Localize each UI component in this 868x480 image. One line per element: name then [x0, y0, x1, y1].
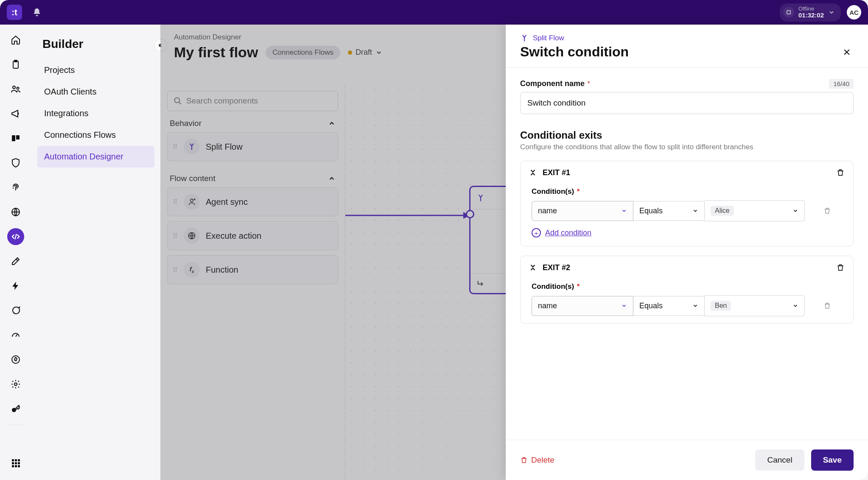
search-input[interactable]: Search components: [167, 91, 338, 111]
svg-rect-18: [18, 465, 20, 467]
conditional-exits-title: Conditional exits: [520, 129, 854, 141]
svg-rect-17: [15, 465, 17, 467]
node-input-port[interactable]: [466, 210, 474, 218]
rail-home-icon[interactable]: [7, 31, 24, 48]
add-condition-button[interactable]: + Add condition: [521, 228, 853, 246]
sidebar-item-connections[interactable]: Connections Flows: [37, 124, 154, 146]
component-name-input[interactable]: [520, 92, 854, 114]
delete-exit-button[interactable]: [836, 168, 845, 177]
sidebar-item-projects[interactable]: Projects: [37, 59, 154, 81]
conditional-exits-sub: Configure the conditions that allow the …: [520, 143, 854, 151]
component-label: Execute action: [206, 231, 261, 241]
split-icon: [184, 139, 200, 155]
icon-rail: [0, 25, 31, 480]
condition-field-select[interactable]: name: [532, 296, 633, 316]
search-placeholder: Search components: [186, 96, 258, 106]
svg-point-2: [13, 86, 15, 89]
add-condition-label: Add condition: [545, 229, 591, 237]
rail-megaphone-icon[interactable]: [7, 105, 24, 122]
flow-status[interactable]: Draft: [348, 48, 382, 57]
rail-chat-icon[interactable]: [7, 302, 24, 319]
rail-code-icon[interactable]: [7, 228, 24, 245]
svg-point-19: [175, 98, 180, 103]
rail-columns-icon[interactable]: [7, 130, 24, 147]
chevron-down-icon: [692, 303, 698, 309]
rail-clipboard-icon[interactable]: [7, 56, 24, 73]
rail-globe-icon[interactable]: [7, 204, 24, 220]
name-label: Component name: [520, 79, 585, 88]
chevron-up-icon: [328, 120, 336, 127]
condition-value-select[interactable]: Ben: [705, 295, 805, 316]
component-split-flow[interactable]: ⠿ Split Flow: [167, 132, 338, 161]
svg-point-7: [12, 356, 20, 363]
sidebar-item-automation-designer[interactable]: Automation Designer: [37, 146, 154, 167]
chevron-down-icon: [792, 303, 798, 309]
component-execute-action[interactable]: ⠿ Execute action: [167, 221, 338, 250]
rail-shield-icon[interactable]: [7, 154, 24, 171]
condition-operator-select[interactable]: Equals: [633, 201, 705, 221]
section-flow-content[interactable]: Flow content: [167, 166, 338, 187]
delete-exit-button[interactable]: [836, 263, 845, 272]
collapse-icon[interactable]: [529, 168, 537, 177]
return-arrow-icon: [476, 279, 486, 288]
chevron-down-icon: [375, 49, 382, 56]
delete-condition-button[interactable]: [823, 207, 831, 215]
rail-compass-icon[interactable]: [7, 351, 24, 368]
component-label: Function: [206, 265, 238, 275]
svg-rect-16: [12, 465, 14, 467]
sidebar-item-oauth[interactable]: OAuth Clients: [37, 81, 154, 103]
char-count: 16/40: [829, 79, 854, 89]
function-icon: fx: [184, 262, 200, 278]
svg-rect-12: [18, 459, 20, 461]
svg-rect-5: [16, 135, 20, 140]
close-button[interactable]: [840, 45, 854, 59]
split-icon: [520, 34, 529, 42]
delete-component-button[interactable]: Delete: [520, 455, 554, 465]
condition-operator-select[interactable]: Equals: [633, 296, 705, 316]
rail-edit-icon[interactable]: [7, 253, 24, 270]
sidebar-title: Builder: [42, 37, 149, 51]
drag-handle-icon: ⠿: [173, 266, 178, 274]
trash-icon: [823, 301, 831, 310]
section-behavior[interactable]: Behavior: [167, 111, 338, 132]
offline-status[interactable]: Offline 01:32:02: [780, 3, 841, 22]
conditions-label: Condition(s): [532, 282, 574, 290]
svg-rect-14: [15, 462, 17, 464]
condition-field-select[interactable]: name: [532, 201, 633, 221]
section-label: Behavior: [170, 119, 202, 128]
component-agent-sync[interactable]: ⠿ Agent sync: [167, 187, 338, 216]
svg-point-3: [17, 87, 19, 89]
rail-apps-icon[interactable]: [7, 455, 24, 472]
trash-icon: [823, 207, 831, 215]
cancel-button[interactable]: Cancel: [755, 449, 804, 471]
collapse-icon[interactable]: [529, 263, 537, 272]
sidebar: Builder Projects OAuth Clients Integrati…: [31, 25, 160, 480]
chevron-down-icon: [828, 9, 835, 16]
flow-title: My first flow: [174, 44, 258, 61]
exit-title: EXIT #2: [543, 263, 570, 272]
svg-rect-10: [12, 459, 14, 461]
component-function[interactable]: ⠿ fx Function: [167, 255, 338, 284]
drag-handle-icon: ⠿: [173, 198, 178, 206]
globe-icon: [184, 228, 200, 244]
notifications-icon[interactable]: [32, 8, 42, 17]
save-button[interactable]: Save: [811, 449, 854, 471]
collapse-sidebar-button[interactable]: [154, 39, 167, 52]
rail-gauge-icon[interactable]: [7, 327, 24, 343]
delete-condition-button[interactable]: [823, 301, 831, 310]
rail-key-icon[interactable]: [7, 400, 24, 417]
rail-fingerprint-icon[interactable]: [7, 179, 24, 196]
conditions-label: Condition(s): [532, 187, 574, 195]
rail-gear-icon[interactable]: [7, 376, 24, 393]
rail-people-icon[interactable]: [7, 81, 24, 98]
avatar[interactable]: AC: [847, 5, 861, 20]
delete-label: Delete: [531, 455, 554, 465]
rail-bolt-icon[interactable]: [7, 277, 24, 294]
condition-value-select[interactable]: Alice: [705, 200, 805, 221]
topbar: :t Offline 01:32:02 AC: [0, 0, 868, 25]
svg-point-20: [190, 199, 193, 202]
sidebar-item-integrations[interactable]: Integrations: [37, 103, 154, 124]
app-logo[interactable]: :t: [7, 5, 22, 20]
panel-eyebrow-label: Split Flow: [533, 34, 564, 42]
agent-icon: [184, 194, 200, 210]
